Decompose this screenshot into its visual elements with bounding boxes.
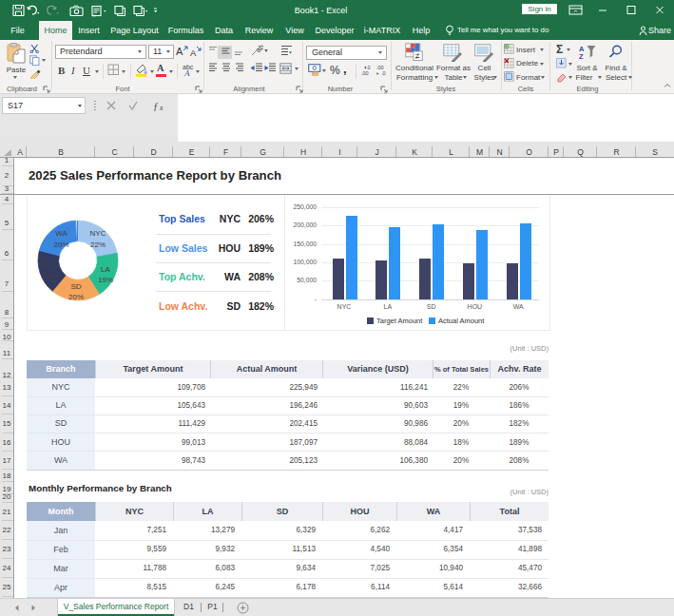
svg-text:x: x	[159, 104, 164, 111]
svg-text:ab: ab	[254, 45, 263, 54]
svg-text:A: A	[183, 68, 190, 77]
svg-text:f: f	[154, 102, 158, 111]
svg-text:≠: ≠	[415, 51, 420, 61]
svg-text:Z: Z	[579, 52, 584, 60]
svg-text:.0: .0	[381, 70, 386, 76]
svg-text:.00: .00	[361, 70, 369, 76]
